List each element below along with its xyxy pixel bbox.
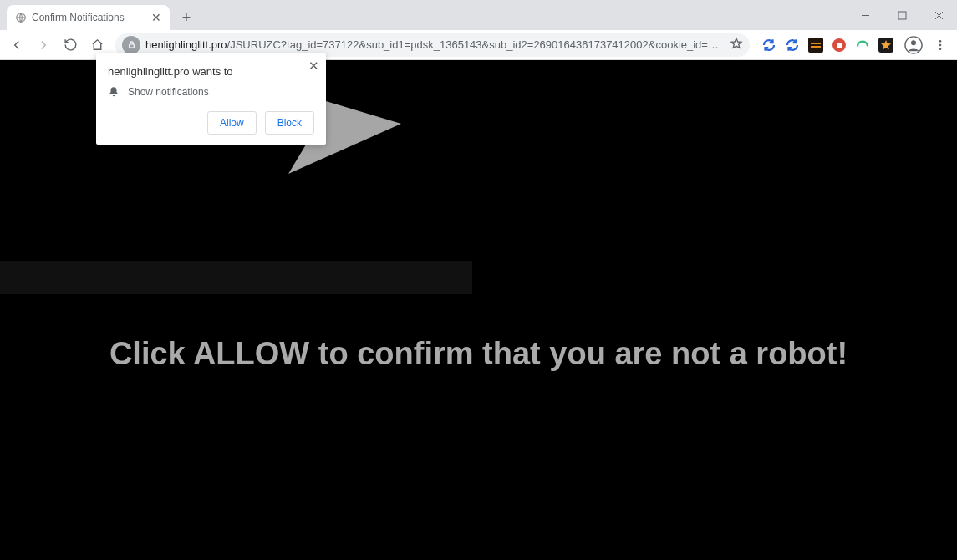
extension-icons: [756, 38, 898, 53]
url-text: henlighlinglitt.pro/JSURUZC?tag_id=73712…: [145, 38, 725, 51]
svg-rect-6: [808, 38, 823, 53]
svg-rect-5: [129, 44, 134, 48]
tab-close-icon[interactable]: ✕: [151, 12, 161, 23]
window-close-button[interactable]: [920, 0, 957, 30]
globe-icon: [15, 12, 27, 23]
svg-point-13: [939, 40, 942, 43]
window-controls: [847, 0, 957, 30]
allow-button[interactable]: Allow: [207, 111, 257, 135]
extension-icon-star[interactable]: [878, 38, 893, 53]
svg-point-15: [939, 48, 942, 50]
lock-icon: [122, 36, 140, 54]
window-maximize-button[interactable]: [883, 0, 920, 30]
refresh-extension-icon[interactable]: [761, 38, 776, 53]
new-tab-button[interactable]: +: [175, 6, 198, 29]
window-minimize-button[interactable]: [847, 0, 883, 30]
block-button[interactable]: Block: [265, 111, 314, 135]
svg-rect-2: [898, 12, 906, 19]
window-titlebar: Confirm Notifications ✕ +: [0, 0, 957, 30]
tab-title: Confirm Notifications: [32, 12, 146, 23]
url-path: /JSURUZC?tag_id=737122&sub_id1=pdsk_1365…: [227, 38, 725, 51]
bell-icon: [108, 86, 120, 98]
notification-permission-text: Show notifications: [128, 86, 209, 98]
svg-rect-7: [811, 43, 821, 44]
svg-point-14: [939, 43, 942, 46]
decorative-strip: [0, 261, 472, 294]
browser-tab[interactable]: Confirm Notifications ✕: [7, 5, 170, 30]
notification-origin-label: henlighlinglitt.pro wants to: [108, 65, 314, 78]
url-host: henlighlinglitt.pro: [145, 38, 227, 51]
page-headline: Click ALLOW to confirm that you are not …: [0, 336, 957, 372]
svg-point-12: [911, 40, 916, 45]
reload-button[interactable]: [59, 33, 82, 57]
profile-avatar[interactable]: [902, 33, 925, 57]
notification-permission-dialog: ✕ henlighlinglitt.pro wants to Show noti…: [96, 53, 326, 145]
browser-menu-button[interactable]: [929, 33, 952, 57]
extension-icon-red[interactable]: [832, 38, 847, 53]
svg-rect-8: [811, 46, 821, 48]
forward-button[interactable]: [32, 33, 55, 57]
bookmark-star-icon[interactable]: [730, 37, 743, 53]
extension-icon-orange[interactable]: [808, 38, 823, 53]
close-icon[interactable]: ✕: [308, 59, 319, 74]
back-button[interactable]: [5, 33, 28, 57]
extension-icon-green[interactable]: [855, 38, 870, 53]
refresh-extension-icon-2[interactable]: [785, 38, 800, 53]
